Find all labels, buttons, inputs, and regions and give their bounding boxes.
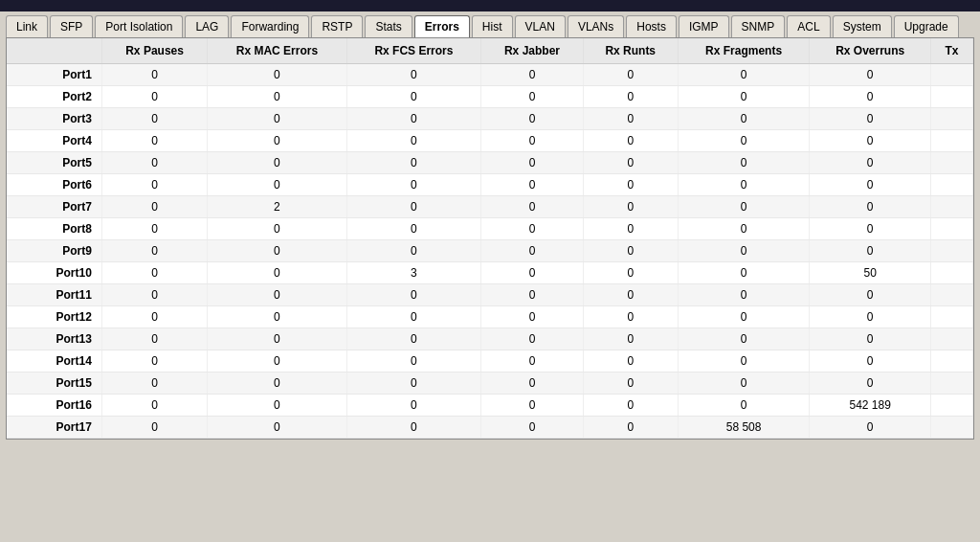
cell-port: Port17 xyxy=(7,417,101,439)
cell-port: Port4 xyxy=(7,130,101,152)
cell-rx_mac_errors: 0 xyxy=(208,130,346,152)
cell-rx_fragments: 0 xyxy=(678,262,810,284)
tab-link[interactable]: Link xyxy=(6,15,48,37)
col-header-rx_jabber: Rx Jabber xyxy=(481,38,584,64)
cell-tx xyxy=(930,196,972,218)
tab-port-isolation[interactable]: Port Isolation xyxy=(95,15,183,37)
cell-rx_fcs_errors: 0 xyxy=(346,395,481,417)
tab-stats[interactable]: Stats xyxy=(365,15,412,37)
cell-tx xyxy=(930,64,972,86)
cell-rx_jabber: 0 xyxy=(481,417,584,439)
cell-rx_fragments: 0 xyxy=(678,174,810,196)
cell-tx xyxy=(930,328,972,350)
cell-rx_mac_errors: 0 xyxy=(208,284,346,306)
cell-rx_jabber: 0 xyxy=(481,174,584,196)
cell-tx xyxy=(930,152,972,174)
cell-rx_runts: 0 xyxy=(583,218,678,240)
cell-rx_overruns: 0 xyxy=(810,306,930,328)
cell-rx_runts: 0 xyxy=(583,174,678,196)
cell-rx_pauses: 0 xyxy=(101,240,207,262)
cell-port: Port3 xyxy=(7,108,101,130)
cell-rx_mac_errors: 2 xyxy=(208,196,346,218)
cell-rx_fragments: 0 xyxy=(678,218,810,240)
cell-rx_mac_errors: 0 xyxy=(208,306,346,328)
cell-rx_runts: 0 xyxy=(583,284,678,306)
tab-igmp[interactable]: IGMP xyxy=(679,15,729,37)
tab-acl[interactable]: ACL xyxy=(787,15,830,37)
cell-rx_jabber: 0 xyxy=(481,152,584,174)
cell-rx_fcs_errors: 0 xyxy=(346,108,481,130)
cell-rx_fragments: 0 xyxy=(678,108,810,130)
cell-rx_mac_errors: 0 xyxy=(208,262,346,284)
tab-system[interactable]: System xyxy=(833,15,892,37)
cell-rx_pauses: 0 xyxy=(101,174,207,196)
cell-rx_mac_errors: 0 xyxy=(208,395,346,417)
cell-rx_fcs_errors: 0 xyxy=(346,196,481,218)
cell-tx xyxy=(930,284,972,306)
cell-tx xyxy=(930,373,972,395)
cell-rx_fcs_errors: 0 xyxy=(346,174,481,196)
table-row: Port90000000 xyxy=(7,240,973,262)
cell-rx_fcs_errors: 0 xyxy=(346,350,481,373)
table-row: Port40000000 xyxy=(7,130,973,152)
cell-rx_runts: 0 xyxy=(583,152,678,174)
cell-rx_jabber: 0 xyxy=(481,218,584,240)
cell-rx_mac_errors: 0 xyxy=(208,373,346,395)
tab-forwarding[interactable]: Forwarding xyxy=(231,15,309,37)
cell-tx xyxy=(930,86,972,108)
cell-rx_runts: 0 xyxy=(583,240,678,262)
col-header-rx_mac_errors: Rx MAC Errors xyxy=(208,38,346,64)
cell-port: Port10 xyxy=(7,262,101,284)
tab-hist[interactable]: Hist xyxy=(472,15,513,37)
cell-rx_runts: 0 xyxy=(583,350,678,373)
tab-rstp[interactable]: RSTP xyxy=(311,15,363,37)
cell-rx_jabber: 0 xyxy=(481,240,584,262)
cell-tx xyxy=(930,395,972,417)
tab-vlan[interactable]: VLAN xyxy=(515,15,566,37)
tab-errors[interactable]: Errors xyxy=(414,15,470,37)
table-row: Port140000000 xyxy=(7,350,973,373)
table-row: Port170000058 5080 xyxy=(7,417,973,439)
table-row: Port1000300050 xyxy=(7,262,973,284)
cell-tx xyxy=(930,306,972,328)
cell-port: Port2 xyxy=(7,86,101,108)
cell-rx_pauses: 0 xyxy=(101,218,207,240)
cell-rx_pauses: 0 xyxy=(101,64,207,86)
tab-snmp[interactable]: SNMP xyxy=(731,15,786,37)
tab-vlans[interactable]: VLANs xyxy=(568,15,624,37)
cell-rx_pauses: 0 xyxy=(101,86,207,108)
cell-tx xyxy=(930,262,972,284)
cell-rx_runts: 0 xyxy=(583,373,678,395)
table-row: Port20000000 xyxy=(7,86,973,108)
cell-rx_overruns: 542 189 xyxy=(810,395,930,417)
cell-rx_pauses: 0 xyxy=(101,196,207,218)
cell-rx_fcs_errors: 0 xyxy=(346,328,481,350)
cell-port: Port12 xyxy=(7,306,101,328)
table-header-row: Rx PausesRx MAC ErrorsRx FCS ErrorsRx Ja… xyxy=(7,38,973,64)
cell-rx_pauses: 0 xyxy=(101,417,207,439)
cell-rx_fragments: 0 xyxy=(678,196,810,218)
table-row: Port80000000 xyxy=(7,218,973,240)
cell-rx_jabber: 0 xyxy=(481,64,584,86)
col-header-rx_overruns: Rx Overruns xyxy=(810,38,930,64)
tab-lag[interactable]: LAG xyxy=(185,15,229,37)
cell-port: Port6 xyxy=(7,174,101,196)
cell-rx_fcs_errors: 0 xyxy=(346,86,481,108)
cell-rx_jabber: 0 xyxy=(481,86,584,108)
cell-port: Port8 xyxy=(7,218,101,240)
cell-rx_mac_errors: 0 xyxy=(208,240,346,262)
cell-rx_overruns: 0 xyxy=(810,240,930,262)
cell-rx_runts: 0 xyxy=(583,328,678,350)
cell-port: Port7 xyxy=(7,196,101,218)
cell-port: Port14 xyxy=(7,350,101,373)
table-row: Port50000000 xyxy=(7,152,973,174)
cell-rx_overruns: 0 xyxy=(810,86,930,108)
tab-hosts[interactable]: Hosts xyxy=(626,15,677,37)
cell-rx_mac_errors: 0 xyxy=(208,218,346,240)
cell-rx_fragments: 0 xyxy=(678,284,810,306)
cell-rx_pauses: 0 xyxy=(101,306,207,328)
tab-sfp[interactable]: SFP xyxy=(50,15,93,37)
cell-port: Port13 xyxy=(7,328,101,350)
tab-upgrade[interactable]: Upgrade xyxy=(894,15,959,37)
cell-rx_overruns: 0 xyxy=(810,174,930,196)
